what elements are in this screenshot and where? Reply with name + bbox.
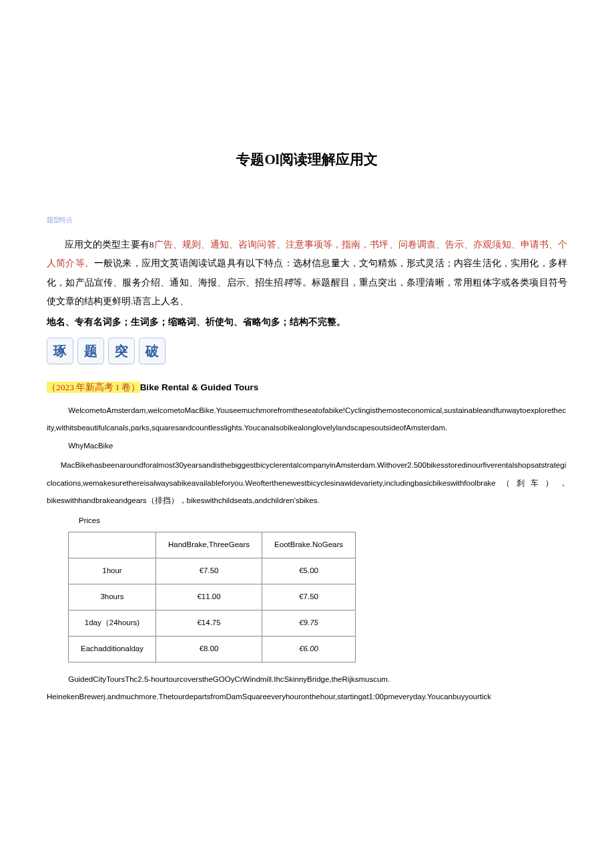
badge-row: 琢 题 突 破: [47, 338, 567, 364]
prices-table: HandBrake,ThreeGears EootBrake.NoGears 1…: [68, 532, 356, 662]
badge-3: 突: [108, 338, 135, 364]
passage-para-1: WelcometoAmsterdam,welcometoMacBike.Yous…: [47, 402, 567, 437]
cell: 1day（24hours): [69, 610, 156, 636]
source-line: （2023 年新高考 I 卷）Bike Rental & Guided Tour…: [47, 379, 567, 396]
table-row: Eachadditionalday €8.00 €6.00: [69, 636, 356, 662]
cell: €9.75: [262, 610, 356, 636]
passage-para-3: GuidedCityToursThc2.5-hourtourcoverstheG…: [47, 671, 567, 688]
badge-4: 破: [139, 338, 166, 364]
cell: €6.00: [262, 636, 356, 662]
cell: €8.00: [156, 636, 262, 662]
source-eng-title: Bike Rental & Guided Tours: [140, 382, 259, 392]
source-tag: （2023 年新高考 I 卷）: [47, 382, 140, 393]
cell: 1hour: [69, 558, 156, 584]
table-row: 1day（24hours) €14.75 €9.75: [69, 610, 356, 636]
cell: €11.00: [156, 584, 262, 610]
passage-para-4: HeinekenBrewerj.andmuchmore.Thetourdepar…: [47, 688, 567, 705]
cell: €7.50: [156, 558, 262, 584]
table-row: 3hours €11.00 €7.50: [69, 584, 356, 610]
intro-seg4: 聘: [284, 278, 293, 288]
th-footbrake: EootBrake.NoGears: [262, 532, 356, 558]
section-label: 题型特点: [47, 213, 567, 226]
cell: €14.75: [156, 610, 262, 636]
passage-para-2: MacBikehasbeenaroundforalmost30yearsandi…: [47, 456, 567, 509]
intro-seg1: 应用文的类型主要有8: [65, 240, 154, 250]
cell: Eachadditionalday: [69, 636, 156, 662]
document-page: 专题Ol阅读理解应用文 题型特点 应用文的类型主要有8广告、规则、通知、咨询问答…: [0, 0, 614, 746]
bold-list: 地名、专有名词多；生词多；缩略词、祈使句、省略句多；结构不完整。: [47, 314, 567, 331]
subhead-whymacbike: WhyMacBike: [47, 439, 567, 454]
prices-label: Prices: [79, 514, 567, 528]
badge-2: 题: [77, 338, 104, 364]
table-head-row: HandBrake,ThreeGears EootBrake.NoGears: [69, 532, 356, 558]
table-row: 1hour €7.50 €5.00: [69, 558, 356, 584]
cell: €5.00: [262, 558, 356, 584]
badge-1: 琢: [47, 338, 73, 364]
intro-paragraph: 应用文的类型主要有8广告、规则、通知、咨询问答、注意事项等，指南，书坪、问卷调查…: [47, 236, 567, 311]
cell: 3hours: [69, 584, 156, 610]
page-title: 专题Ol阅读理解应用文: [47, 147, 567, 173]
th-blank: [69, 532, 156, 558]
th-handbrake: HandBrake,ThreeGears: [156, 532, 262, 558]
cell: €7.50: [262, 584, 356, 610]
